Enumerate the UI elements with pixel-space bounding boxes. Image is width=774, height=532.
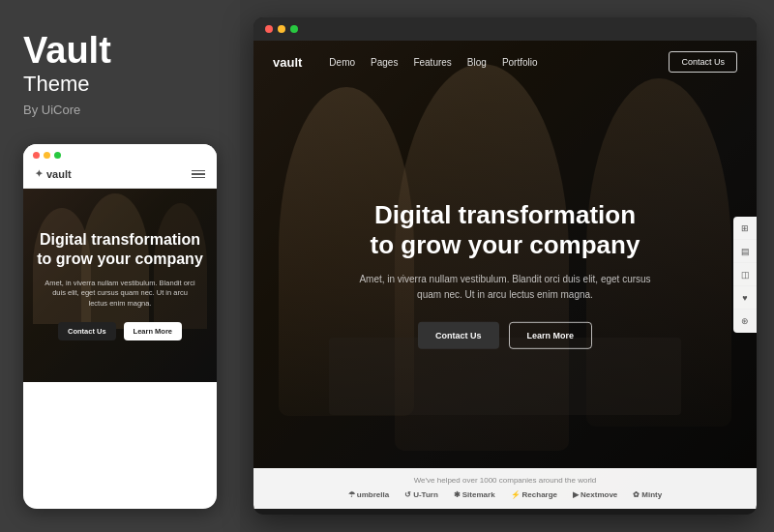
logo-minty: ✿ Minty	[633, 490, 662, 499]
nav-link-demo[interactable]: Demo	[329, 57, 355, 68]
mobile-nav: ✦ vault	[23, 164, 217, 189]
desktop-hero-description: Amet, in viverra nullam vestibulum. Blan…	[350, 272, 660, 303]
mobile-dot-green	[54, 152, 61, 159]
desktop-dot-red	[265, 25, 273, 33]
brand-title: Vault	[23, 31, 217, 72]
desktop-dot-yellow	[278, 25, 285, 33]
mobile-hamburger-icon[interactable]	[192, 170, 205, 179]
left-panel: Vault Theme By UiCore ✦ vault	[0, 0, 240, 532]
sidebar-grid-icon[interactable]: ⊞	[733, 217, 757, 240]
mobile-hero-title: Digital transformation to grow your comp…	[35, 230, 205, 269]
mobile-logo-star: ✦	[35, 168, 43, 179]
desktop-bottom-bar: We've helped over 1000 companies around …	[253, 468, 757, 509]
mobile-dot-yellow	[44, 152, 50, 159]
nextmove-icon: ▶	[573, 490, 579, 499]
mobile-hero: Digital transformation to grow your comp…	[23, 189, 217, 382]
logo-nextmove: ▶ Nextmove	[573, 490, 617, 499]
desktop-brand-logos: ☂ umbrella ↺ U-Turn ✱ Sitemark ⚡ Recharg…	[273, 490, 737, 499]
mobile-hero-content: Digital transformation to grow your comp…	[23, 189, 217, 382]
desktop-titlebar	[253, 17, 757, 41]
brand-subtitle: Theme	[23, 72, 217, 97]
mobile-logo: ✦ vault	[35, 168, 72, 180]
logo-sitemark: ✱ Sitemark	[454, 490, 495, 499]
nav-link-portfolio[interactable]: Portfolio	[502, 57, 538, 68]
sidebar-comment-icon[interactable]: ◫	[733, 263, 757, 286]
umbrella-icon: ☂	[348, 490, 355, 499]
sidebar-heart-icon[interactable]: ♥	[733, 286, 757, 310]
mobile-mockup: ✦ vault Digital transformation to grow y…	[23, 144, 217, 509]
sidebar-chat-icon[interactable]: ▤	[733, 240, 757, 263]
desktop-tagline: We've helped over 1000 companies around …	[273, 476, 737, 485]
desktop-contact-button[interactable]: Contact Us	[418, 322, 499, 349]
desktop-content: vault Demo Pages Features Blog Portfolio…	[253, 41, 757, 509]
desktop-nav-cta-button[interactable]: Contact Us	[669, 51, 737, 73]
desktop-dot-green	[290, 25, 298, 33]
desktop-mockup: vault Demo Pages Features Blog Portfolio…	[253, 17, 757, 515]
brand-by: By UiCore	[23, 103, 217, 117]
mobile-learnmore-button[interactable]: Learn More	[124, 322, 182, 340]
sitemark-icon: ✱	[454, 490, 461, 499]
desktop-hero-buttons: Contact Us Learn More	[304, 322, 706, 349]
recharge-icon: ⚡	[511, 490, 521, 499]
desktop-nav: vault Demo Pages Features Blog Portfolio…	[253, 41, 757, 83]
logo-uturn: ↺ U-Turn	[404, 490, 438, 499]
mobile-contact-button[interactable]: Contact Us	[58, 322, 116, 340]
mobile-logo-text: vault	[46, 168, 72, 180]
sidebar-cart-icon[interactable]: ⊛	[733, 310, 757, 333]
desktop-nav-logo: vault	[273, 55, 302, 70]
mobile-hero-buttons: Contact Us Learn More	[58, 322, 182, 340]
desktop-right-sidebar: ⊞ ▤ ◫ ♥ ⊛	[733, 217, 757, 333]
mobile-titlebar	[23, 144, 217, 164]
desktop-hero-content: Digital transformation to grow your comp…	[304, 200, 706, 349]
desktop-hero-title: Digital transformation to grow your comp…	[304, 200, 706, 260]
logo-umbrella: ☂ umbrella	[348, 490, 389, 499]
right-panel: vault Demo Pages Features Blog Portfolio…	[240, 0, 774, 532]
mobile-hero-description: Amet, in viverra nullam vestibulum. Blan…	[43, 279, 197, 310]
nav-link-blog[interactable]: Blog	[467, 57, 487, 68]
minty-icon: ✿	[633, 490, 640, 499]
nav-link-pages[interactable]: Pages	[371, 57, 398, 68]
uturn-icon: ↺	[404, 490, 411, 499]
mobile-dot-red	[33, 152, 40, 159]
desktop-learnmore-button[interactable]: Learn More	[509, 322, 593, 349]
nav-link-features[interactable]: Features	[413, 57, 451, 68]
desktop-nav-links: Demo Pages Features Blog Portfolio	[329, 57, 669, 68]
logo-recharge: ⚡ Recharge	[511, 490, 557, 499]
